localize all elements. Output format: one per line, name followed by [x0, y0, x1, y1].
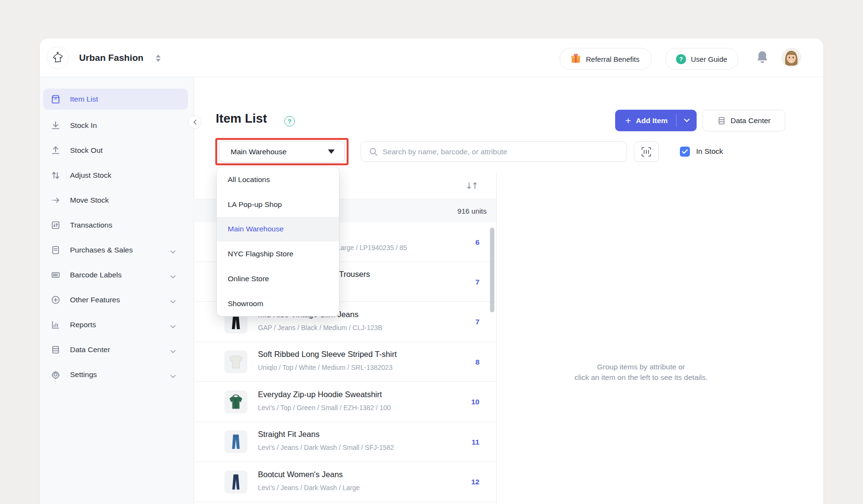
avatar-memoji: [781, 48, 801, 68]
dropdown-option-main-warehouse[interactable]: Main Warehouse: [217, 217, 339, 242]
user-guide-label: User Guide: [691, 55, 727, 63]
barcode-scan-icon: [641, 147, 652, 157]
user-avatar[interactable]: [781, 48, 801, 68]
barcode-scan-button[interactable]: [634, 141, 659, 162]
sidebar-item-label: Barcode Labels: [70, 271, 122, 279]
item-quantity: 12: [471, 462, 479, 502]
plus-icon: +: [625, 115, 631, 126]
add-item-dropdown-button[interactable]: [676, 110, 697, 131]
item-quantity: 8: [475, 342, 479, 382]
sidebar-item-label: Purchases & Sales: [70, 246, 133, 254]
add-item-button[interactable]: + Add Item: [615, 110, 697, 131]
item-thumbnail: [224, 430, 247, 453]
dark-jeans-image: [226, 472, 245, 492]
dropdown-option-online-store[interactable]: Online Store: [217, 266, 339, 291]
workspace-switcher[interactable]: [154, 52, 163, 64]
search-bar: [361, 141, 627, 162]
sidebar-item-purchases-sales[interactable]: Purchases & Sales: [43, 240, 188, 261]
sidebar-item-label: Transactions: [70, 221, 112, 229]
chevron-down-icon: [170, 322, 176, 331]
stock-in-icon: [50, 120, 61, 131]
empty-state-line2: click an item on the left to see its det…: [574, 372, 707, 383]
app-card: Urban Fashion Referral Benefits ? User G…: [40, 38, 823, 504]
blue-jeans-image: [226, 432, 245, 451]
sidebar-nav: Item List Stock In Stock Out Adjust Stoc…: [40, 77, 194, 504]
item-attributes: Levi's / Jeans / Dark Wash / Large: [258, 484, 360, 492]
chevron-down-icon: [170, 247, 176, 256]
item-attributes: GAP / Jeans / Black / Medium / CLJ-123B: [258, 324, 383, 332]
tshirt-hanger-icon: [51, 51, 65, 65]
sidebar-item-move-stock[interactable]: Move Stock: [43, 190, 188, 211]
sidebar-item-stock-in[interactable]: Stock In: [43, 115, 188, 136]
workspace-name: Urban Fashion: [79, 38, 143, 77]
chevron-down-icon: [170, 372, 176, 380]
sidebar-item-data-center[interactable]: Data Center: [43, 339, 188, 360]
sidebar-item-adjust-stock[interactable]: Adjust Stock: [43, 165, 188, 186]
gift-icon: [571, 54, 581, 64]
chevron-down-icon: [170, 297, 176, 306]
sidebar-item-item-list[interactable]: Item List: [43, 89, 188, 110]
top-header: Urban Fashion Referral Benefits ? User G…: [40, 38, 823, 77]
sidebar-item-reports[interactable]: Reports: [43, 314, 188, 335]
data-center-button[interactable]: Data Center: [702, 110, 785, 131]
sort-down-triangle: [156, 59, 161, 62]
dropdown-option-all-locations[interactable]: All Locations: [217, 167, 339, 192]
detail-panel: Group items by attribute or click an ite…: [497, 172, 785, 504]
app-root: Urban Fashion Referral Benefits ? User G…: [0, 0, 863, 504]
list-scrollbar-thumb[interactable]: [490, 228, 494, 312]
help-icon[interactable]: ?: [284, 116, 295, 126]
sidebar-item-settings[interactable]: Settings: [43, 364, 188, 385]
item-row[interactable]: Bootcut Women's Jeans Levi's / Jeans / D…: [195, 462, 496, 502]
add-item-label: Add Item: [636, 116, 667, 125]
sidebar-collapse-button[interactable]: [188, 115, 201, 129]
sidebar-item-label: Reports: [70, 321, 96, 329]
item-attributes: h / Large / LP1940235 / 85: [327, 244, 407, 252]
check-icon: [682, 149, 688, 154]
item-name: Soft Ribbed Long Sleeve Striped T-shirt: [258, 350, 397, 359]
sidebar-item-label: Stock In: [70, 121, 97, 130]
chevron-left-icon: [193, 119, 197, 125]
adjust-stock-icon: [50, 170, 61, 181]
item-name: Straight Fit Jeans: [258, 430, 319, 439]
in-stock-checkbox[interactable]: [680, 147, 690, 157]
referral-benefits-button[interactable]: Referral Benefits: [560, 48, 652, 70]
sort-order-button[interactable]: ↓↑: [466, 181, 477, 191]
dropdown-option-nyc-flagship-store[interactable]: NYC Flagship Store: [217, 241, 339, 266]
search-input[interactable]: [383, 148, 613, 156]
item-name: Bootcut Women's Jeans: [258, 470, 343, 479]
item-quantity: 7: [475, 302, 479, 342]
item-quantity: 11: [472, 422, 479, 462]
user-guide-button[interactable]: ? User Guide: [665, 48, 738, 70]
sidebar-item-transactions[interactable]: Transactions: [43, 215, 188, 236]
bar-chart-icon: [50, 320, 61, 330]
sidebar-item-stock-out[interactable]: Stock Out: [43, 140, 188, 161]
item-thumbnail: [224, 390, 247, 413]
item-row[interactable]: Straight Fit Jeans Levi's / Jeans / Dark…: [195, 422, 496, 462]
total-units: 916 units: [457, 207, 487, 215]
in-stock-label: In Stock: [696, 147, 723, 156]
item-quantity: 10: [471, 382, 479, 422]
sidebar-item-barcode-labels[interactable]: Barcode Labels: [43, 264, 188, 286]
sidebar-item-label: Adjust Stock: [70, 171, 111, 180]
dropdown-option-la-popup-shop[interactable]: LA Pop-up Shop: [217, 192, 339, 217]
chevron-down-icon: [170, 272, 176, 281]
item-name: Everyday Zip-up Hoodie Sweatshirt: [258, 390, 382, 399]
barcode-icon: [50, 270, 61, 280]
caret-down-icon: [328, 149, 335, 154]
dropdown-option-showroom[interactable]: Showroom: [217, 291, 339, 316]
sidebar-item-other-features[interactable]: Other Features: [43, 289, 188, 310]
sort-up-triangle: [156, 55, 161, 57]
location-select[interactable]: Main Warehouse: [219, 141, 345, 162]
empty-state-line1: Group items by attribute or: [574, 362, 707, 372]
item-row[interactable]: Everyday Zip-up Hoodie Sweatshirt Levi's…: [195, 382, 496, 422]
item-row[interactable]: Soft Ribbed Long Sleeve Striped T-shirt …: [195, 342, 496, 382]
referral-benefits-label: Referral Benefits: [586, 55, 640, 63]
database-icon: [50, 344, 61, 355]
green-hoodie-image: [226, 392, 245, 412]
item-thumbnail: [224, 350, 247, 373]
sidebar-item-label: Settings: [70, 370, 97, 379]
notifications-bell-button[interactable]: [755, 50, 770, 66]
item-attributes: Uniqlo / Top / White / Medium / SRL-1382…: [258, 364, 393, 371]
location-select-value: Main Warehouse: [231, 148, 287, 156]
item-thumbnail: [224, 470, 247, 493]
